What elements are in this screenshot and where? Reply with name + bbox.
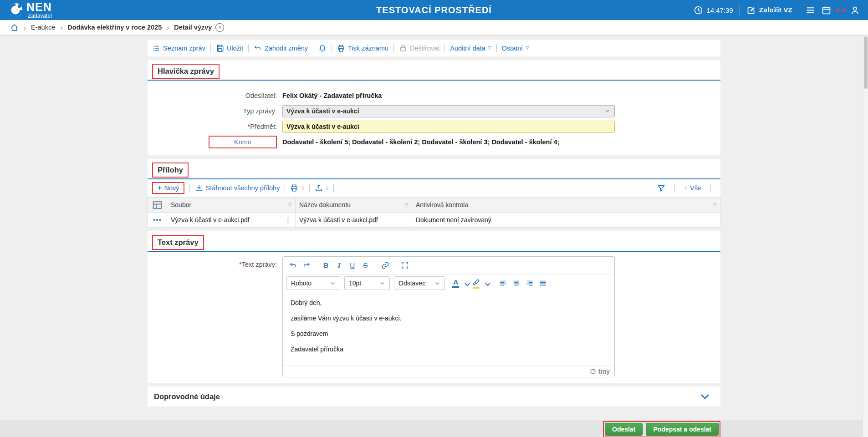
filter-triangle-icon[interactable]: ▽ <box>405 203 408 207</box>
print-record-button[interactable]: Tisk záznamu <box>337 44 388 52</box>
edit-icon <box>746 5 756 15</box>
to-button-cell: Komu <box>148 136 282 148</box>
breadcrumb-item-zakazka[interactable]: Dodávka elektřiny v roce 2025 <box>67 24 162 31</box>
scrollbar-thumb[interactable] <box>864 36 868 89</box>
align-center-button[interactable] <box>510 277 523 290</box>
home-icon[interactable] <box>10 23 19 32</box>
filter-triangle-icon[interactable]: ▽ <box>288 203 291 207</box>
plus-icon: + <box>157 185 162 191</box>
undo-button[interactable] <box>286 259 300 272</box>
close-icon: × <box>219 25 221 30</box>
sign-and-send-button[interactable]: Podepsat a odeslat <box>646 423 719 436</box>
column-header-soubor[interactable]: Soubor ▽ <box>167 198 296 213</box>
recipients-row: Komu Dodavatel - školení 5; Dodavatel - … <box>148 134 720 150</box>
editor-paragraph: zasíláme Vám výzvu k účasti v e-aukci. <box>291 315 607 322</box>
section-title-doprovodne: Doprovodné údaje <box>154 392 220 401</box>
column-header-antivir[interactable]: Antivirová kontrola ▽ <box>412 198 720 213</box>
bell-icon <box>318 44 327 52</box>
user-icon[interactable] <box>850 5 860 15</box>
menu-icon[interactable] <box>806 5 815 15</box>
cell-antivir: Dokument není zavirovaný <box>412 213 720 228</box>
additional-data-section[interactable]: Doprovodné údaje <box>148 386 720 407</box>
highlighter-icon <box>472 278 480 286</box>
section-title-text-zpravy: Text zprávy <box>152 235 204 250</box>
to-button[interactable]: Komu <box>209 136 277 148</box>
strikethrough-button[interactable]: S <box>359 259 372 272</box>
message-list-button[interactable]: Seznam zpráv <box>152 44 205 52</box>
align-left-button[interactable] <box>496 277 510 290</box>
section-title-hlavicka: Hlavička zprávy <box>152 64 220 79</box>
chevron-down-icon <box>484 280 489 286</box>
download-icon <box>195 184 203 192</box>
sender-label: Odesílatel: <box>148 92 282 99</box>
calendar-icon[interactable] <box>822 5 831 15</box>
attachments-toolbar: + Nový Stáhnout všechny přílohy ▽ <box>148 179 720 197</box>
nen-logo-icon <box>8 3 23 17</box>
bold-button[interactable]: B <box>319 259 332 272</box>
editor-content[interactable]: Dobrý den, zasíláme Vám výzvu k účasti v… <box>283 292 614 365</box>
divider <box>248 44 249 52</box>
align-justify-button[interactable] <box>536 277 549 290</box>
column-settings-header[interactable] <box>148 198 167 213</box>
font-size-select[interactable]: 10pt <box>344 276 390 290</box>
fullscreen-button[interactable] <box>398 259 411 272</box>
underline-button[interactable]: U <box>346 259 359 272</box>
divider <box>799 5 799 15</box>
nen-logo[interactable]: NEN Zadavatel <box>8 1 52 19</box>
decrypt-button[interactable]: Dešifrovat <box>399 44 439 52</box>
download-all-button[interactable]: Stáhnout všechny přílohy <box>195 184 280 192</box>
divider <box>189 184 190 192</box>
text-color-dropdown[interactable] <box>462 277 470 290</box>
export-icon <box>315 184 323 192</box>
logo-text: NEN <box>26 1 52 13</box>
tiny-brand[interactable]: tiny <box>598 368 610 375</box>
save-button[interactable]: Uložit <box>216 44 243 52</box>
undo-icon <box>289 261 297 269</box>
view-all-filter[interactable]: ▽ Vše <box>684 184 701 192</box>
highlight-color-dropdown[interactable] <box>483 277 490 290</box>
link-button[interactable] <box>378 259 392 272</box>
font-family-select[interactable]: Roboto <box>286 276 340 290</box>
message-header-section: Hlavička zprávy Odesílatel: Felix Okátý … <box>148 60 720 155</box>
block-format-select[interactable]: Odstavec <box>394 276 445 290</box>
discard-changes-button[interactable]: Zahodit změny <box>254 44 308 52</box>
subject-row: *Předmět: <box>148 119 720 134</box>
editor-paragraph: Zadavatel příručka <box>291 346 607 353</box>
align-center-icon <box>512 279 521 287</box>
subject-input[interactable] <box>282 121 615 133</box>
send-button[interactable]: Odeslat <box>605 423 643 436</box>
divider <box>313 44 313 52</box>
chevron-down-icon <box>463 280 469 286</box>
notifications-button[interactable] <box>318 44 327 52</box>
audit-data-dropdown[interactable]: Auditní data ▽ <box>450 45 491 52</box>
new-attachment-button[interactable]: + Nový <box>152 182 184 194</box>
highlight-color-button[interactable] <box>470 277 483 290</box>
scrollbar[interactable] <box>863 35 868 437</box>
column-header-nazev[interactable]: Název dokumentu ▽ <box>296 198 412 213</box>
align-right-button[interactable] <box>523 277 536 290</box>
divider <box>710 184 711 192</box>
close-tab-button[interactable]: × <box>215 23 224 32</box>
export-dropdown[interactable]: ▽ <box>315 184 329 192</box>
link-icon <box>381 261 389 269</box>
divider <box>332 44 332 52</box>
table-row[interactable]: ••• Výzva k účasti v e-aukci.pdf ⋮ Výzva… <box>148 213 720 228</box>
italic-button[interactable]: I <box>332 259 346 272</box>
filter-triangle-icon[interactable]: ▽ <box>713 203 716 207</box>
top-bar: NEN Zadavatel TESTOVACÍ PROSTŘEDÍ 14:47:… <box>0 0 868 20</box>
list-icon <box>152 44 160 52</box>
other-dropdown[interactable]: Ostatní ▽ <box>502 45 529 52</box>
text-color-button[interactable]: A <box>449 277 462 290</box>
redo-button[interactable] <box>300 259 313 272</box>
chevron-down-icon[interactable] <box>700 391 710 402</box>
breadcrumb-item-eaukce[interactable]: E-aukce <box>31 24 55 31</box>
send-buttons-group: Odeslat Podepsat a odeslat <box>603 421 720 437</box>
message-type-select[interactable]: Výzva k účasti v e-aukci <box>282 105 615 117</box>
filter-button[interactable] <box>657 184 665 192</box>
create-vz-button[interactable]: Založit VZ <box>746 5 792 15</box>
cell-soubor: Výzva k účasti v e-aukci.pdf ⋮ <box>167 213 296 228</box>
print-attachments-dropdown[interactable]: ▽ <box>290 184 304 192</box>
row-menu-icon[interactable]: ••• <box>148 213 167 228</box>
footer-bar: Odeslat Podepsat a odeslat <box>0 421 868 437</box>
drag-handle-icon[interactable]: ⋮ <box>285 217 291 224</box>
